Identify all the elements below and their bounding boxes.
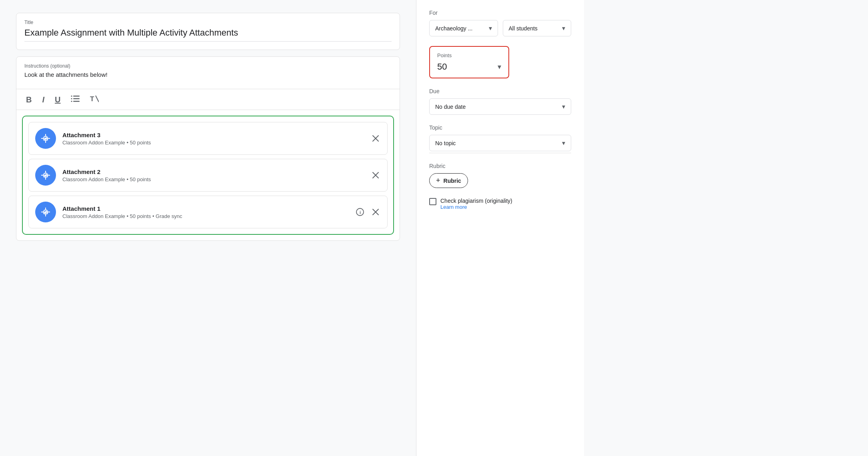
attachment-icon-1 xyxy=(35,202,56,222)
attachment-name-3: Attachment 3 xyxy=(62,132,364,138)
instructions-label: Instructions (optional) xyxy=(24,63,392,69)
rubric-plus-icon: + xyxy=(436,176,440,185)
divider xyxy=(429,153,571,153)
remove-attachment-2-button[interactable] xyxy=(370,170,381,180)
editor-section: Instructions (optional) Look at the atta… xyxy=(16,56,400,241)
attachment-icon-2 xyxy=(35,165,56,186)
topic-label: Topic xyxy=(429,124,571,131)
instructions-input[interactable]: Look at the attachments below! xyxy=(24,71,392,78)
svg-line-7 xyxy=(96,96,99,102)
formatting-toolbar: B I U T xyxy=(16,89,400,110)
students-dropdown[interactable]: All students ▾ xyxy=(503,20,572,36)
remove-attachment-3-button[interactable] xyxy=(370,133,381,144)
learn-more-link[interactable]: Learn more xyxy=(440,204,512,210)
class-dropdown[interactable]: Archaeology ... ▾ xyxy=(429,20,498,36)
attachment-card-2: Attachment 2 Classroom Addon Example • 5… xyxy=(28,159,388,192)
class-dropdown-chevron: ▾ xyxy=(489,24,492,32)
svg-rect-2 xyxy=(73,101,80,102)
title-label: Title xyxy=(24,20,392,25)
plagiarism-checkbox[interactable] xyxy=(429,198,436,205)
due-label: Due xyxy=(429,88,571,94)
info-attachment-1-button[interactable]: i xyxy=(354,206,366,218)
plagiarism-text: Check plagiarism (originality) Learn mor… xyxy=(440,198,512,210)
attachments-area: Attachment 3 Classroom Addon Example • 5… xyxy=(16,110,400,240)
title-input[interactable]: Example Assignment with Multiple Activit… xyxy=(24,28,392,42)
svg-point-5 xyxy=(71,101,72,102)
for-dropdowns: Archaeology ... ▾ All students ▾ xyxy=(429,20,571,36)
svg-point-3 xyxy=(71,96,72,97)
points-label: Points xyxy=(437,52,501,58)
attachment-info-1: Attachment 1 Classroom Addon Example • 5… xyxy=(62,205,348,219)
attachment-meta-3: Classroom Addon Example • 50 points xyxy=(62,140,364,146)
for-label: For xyxy=(429,10,571,16)
due-section: Due No due date ▾ xyxy=(429,88,571,115)
svg-text:T: T xyxy=(90,95,94,103)
attachments-list: Attachment 3 Classroom Addon Example • 5… xyxy=(22,116,394,235)
students-dropdown-value: All students xyxy=(509,25,538,32)
plagiarism-label: Check plagiarism (originality) xyxy=(440,198,512,204)
svg-point-4 xyxy=(71,98,72,99)
list-button[interactable] xyxy=(69,94,81,105)
attachment-card-3: Attachment 3 Classroom Addon Example • 5… xyxy=(28,122,388,155)
attachment-meta-2: Classroom Addon Example • 50 points xyxy=(62,176,364,182)
underline-button[interactable]: U xyxy=(53,94,62,105)
points-section: Points 50 ▾ xyxy=(429,46,571,78)
attachment-actions-2 xyxy=(370,170,381,180)
attachment-info-3: Attachment 3 Classroom Addon Example • 5… xyxy=(62,132,364,146)
svg-text:i: i xyxy=(360,210,361,215)
for-section: For Archaeology ... ▾ All students ▾ xyxy=(429,10,571,36)
due-dropdown[interactable]: No due date ▾ xyxy=(429,98,571,115)
attachment-actions-1: i xyxy=(354,206,381,218)
rubric-section: Rubric + Rubric xyxy=(429,163,571,188)
points-value: 50 xyxy=(437,62,447,72)
topic-section: Topic No topic ▾ xyxy=(429,124,571,153)
italic-button[interactable]: I xyxy=(40,94,46,105)
students-dropdown-chevron: ▾ xyxy=(562,24,565,32)
attachment-meta-1: Classroom Addon Example • 50 points • Gr… xyxy=(62,213,348,219)
remove-attachment-1-button[interactable] xyxy=(370,207,381,217)
plagiarism-section: Check plagiarism (originality) Learn mor… xyxy=(429,198,571,210)
svg-rect-0 xyxy=(73,96,80,97)
points-chevron-icon: ▾ xyxy=(498,62,501,71)
points-value-row: 50 ▾ xyxy=(437,62,501,72)
bold-button[interactable]: B xyxy=(24,94,33,105)
svg-rect-1 xyxy=(73,98,80,100)
due-dropdown-value: No due date xyxy=(435,104,466,110)
attachment-actions-3 xyxy=(370,133,381,144)
add-rubric-button[interactable]: + Rubric xyxy=(429,173,468,188)
clear-format-button[interactable]: T xyxy=(88,93,100,106)
side-panel: For Archaeology ... ▾ All students ▾ Poi… xyxy=(416,0,584,456)
topic-dropdown[interactable]: No topic ▾ xyxy=(429,135,571,151)
due-dropdown-chevron: ▾ xyxy=(562,103,565,110)
instructions-body: Instructions (optional) Look at the atta… xyxy=(16,57,400,89)
topic-dropdown-value: No topic xyxy=(435,140,456,146)
attachment-info-2: Attachment 2 Classroom Addon Example • 5… xyxy=(62,168,364,182)
attachment-name-1: Attachment 1 xyxy=(62,205,348,212)
rubric-btn-label: Rubric xyxy=(444,178,461,184)
class-dropdown-value: Archaeology ... xyxy=(435,25,472,32)
attachment-card-1: Attachment 1 Classroom Addon Example • 5… xyxy=(28,196,388,228)
attachment-name-2: Attachment 2 xyxy=(62,168,364,175)
topic-dropdown-chevron: ▾ xyxy=(562,139,565,147)
points-box[interactable]: Points 50 ▾ xyxy=(429,46,509,78)
rubric-label: Rubric xyxy=(429,163,571,169)
title-section: Title Example Assignment with Multiple A… xyxy=(16,13,400,50)
attachment-icon-3 xyxy=(35,128,56,149)
